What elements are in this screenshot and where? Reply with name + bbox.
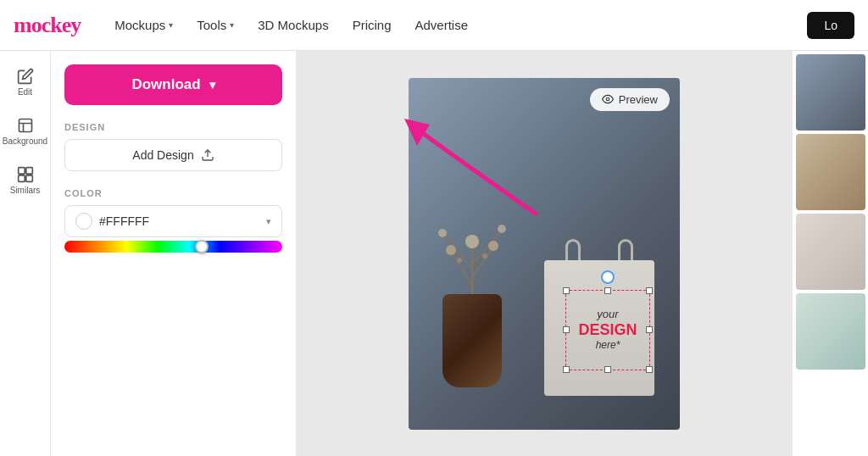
design-section: DESIGN Add Design — [64, 122, 282, 171]
svg-rect-4 — [25, 175, 32, 182]
thumbnail-1[interactable] — [796, 54, 865, 131]
svg-point-15 — [438, 229, 447, 237]
mockup-background: your DESIGN here* Preview — [409, 78, 680, 430]
handle-tm — [604, 287, 611, 294]
handle-bm — [604, 366, 611, 373]
svg-point-18 — [482, 253, 487, 259]
svg-rect-1 — [18, 168, 25, 175]
login-button[interactable]: Lo — [807, 12, 854, 39]
side-panel: Download ▾ DESIGN Add Design COLOR #FFFF… — [51, 51, 297, 456]
svg-point-17 — [457, 258, 462, 263]
svg-point-16 — [498, 225, 506, 233]
tote-text-line1: your — [578, 308, 637, 321]
right-panel — [792, 51, 868, 456]
upload-icon — [201, 148, 214, 162]
nav-links: Mockups ▾ Tools ▾ 3D Mockups Pricing Adv… — [114, 18, 780, 32]
background-label: Background — [3, 136, 47, 146]
download-chevron-icon: ▾ — [209, 78, 215, 92]
handle-tr — [646, 287, 653, 294]
thumbnail-2[interactable] — [796, 134, 865, 210]
slider-thumb — [195, 240, 209, 253]
logo[interactable]: mockey — [14, 13, 81, 38]
color-slider[interactable] — [64, 241, 282, 253]
edit-tool-button[interactable]: Edit — [4, 61, 47, 103]
color-picker-row[interactable]: #FFFFFF ▾ — [64, 205, 282, 237]
color-dropdown-chevron-icon: ▾ — [266, 216, 271, 227]
download-button[interactable]: Download ▾ — [64, 64, 282, 105]
icon-bar: Edit Background Similars — [0, 51, 51, 456]
tote-bag: your DESIGN here* — [536, 239, 663, 396]
nav-tools[interactable]: Tools ▾ — [197, 18, 234, 32]
eye-icon — [602, 93, 614, 105]
similars-label: Similars — [10, 186, 41, 195]
mockups-chevron-icon: ▾ — [169, 20, 173, 30]
nav-pricing[interactable]: Pricing — [353, 18, 392, 32]
tote-design-text: your DESIGN here* — [578, 308, 637, 352]
svg-point-12 — [465, 235, 479, 248]
mockup-image: your DESIGN here* Preview — [409, 78, 680, 430]
handle-br — [646, 366, 653, 373]
add-design-button[interactable]: Add Design — [64, 139, 282, 171]
handle-ml — [563, 326, 570, 333]
tote-text-line3: here* — [578, 339, 637, 351]
svg-point-19 — [606, 97, 609, 101]
edit-icon — [17, 68, 34, 85]
nav-mockups[interactable]: Mockups ▾ — [114, 18, 173, 32]
svg-rect-0 — [19, 120, 31, 132]
svg-rect-2 — [25, 168, 32, 175]
similars-tool-button[interactable]: Similars — [4, 159, 47, 202]
tote-design-area: your DESIGN here* — [565, 290, 650, 370]
vase-area — [426, 218, 519, 387]
color-swatch — [75, 213, 92, 230]
similars-icon — [17, 166, 34, 183]
svg-point-13 — [446, 245, 456, 255]
nav-advertise[interactable]: Advertise — [415, 18, 469, 32]
background-tool-button[interactable]: Background — [4, 110, 47, 153]
thumbnail-4[interactable] — [796, 293, 865, 370]
handle-bl — [563, 366, 570, 373]
thumbnail-3[interactable] — [796, 214, 865, 290]
svg-rect-3 — [18, 175, 25, 182]
handle-mr — [646, 326, 653, 333]
edit-label: Edit — [18, 87, 32, 97]
tote-body: your DESIGN here* — [544, 260, 654, 396]
tote-text-line2: DESIGN — [578, 321, 637, 340]
nav-3d-mockups[interactable]: 3D Mockups — [258, 18, 328, 32]
canvas-area: your DESIGN here* Preview — [297, 51, 792, 456]
main-area: Edit Background Similars Download ▾ — [0, 51, 868, 456]
svg-point-14 — [488, 241, 498, 251]
design-section-label: DESIGN — [64, 122, 282, 132]
handle-tl — [563, 287, 570, 294]
background-icon — [17, 117, 34, 134]
color-section: COLOR #FFFFFF ▾ — [64, 188, 282, 253]
navbar: mockey Mockups ▾ Tools ▾ 3D Mockups Pric… — [0, 0, 868, 51]
tools-chevron-icon: ▾ — [230, 20, 234, 30]
rotate-handle — [601, 270, 615, 284]
color-hex-value: #FFFFFF — [99, 214, 259, 228]
vase — [442, 294, 502, 387]
color-section-label: COLOR — [64, 188, 282, 198]
preview-button[interactable]: Preview — [590, 88, 670, 111]
